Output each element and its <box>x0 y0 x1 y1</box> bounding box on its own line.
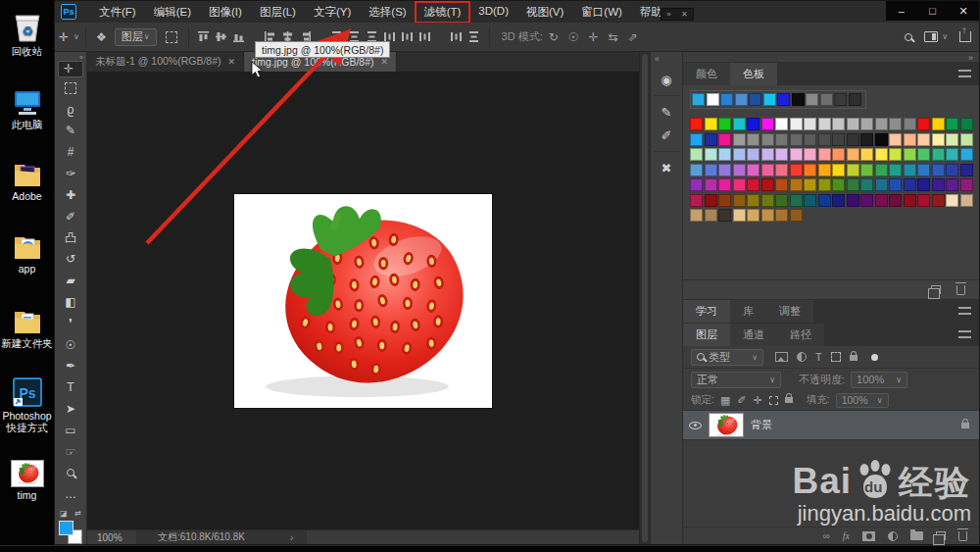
color-swatch[interactable] <box>705 209 717 222</box>
color-swatch[interactable] <box>889 148 902 161</box>
toolbar-collapse-icon[interactable]: » <box>79 54 83 61</box>
color-swatch[interactable] <box>946 194 958 207</box>
color-swatch[interactable] <box>946 148 958 161</box>
color-swatch[interactable] <box>860 118 873 130</box>
color-swatch[interactable] <box>860 164 873 176</box>
color-swatch[interactable] <box>790 194 803 207</box>
color-swatch[interactable] <box>775 133 788 146</box>
tool-presets-panel-icon[interactable]: ✖ <box>654 156 679 179</box>
color-swatch[interactable] <box>690 133 703 146</box>
color-swatch[interactable] <box>718 164 731 176</box>
blend-mode-dropdown[interactable]: 正常 ∨ <box>691 372 781 388</box>
tab-color-1[interactable]: 色板 <box>730 63 777 85</box>
color-swatch[interactable] <box>761 209 774 222</box>
brush-tool[interactable]: ✐ <box>58 206 83 227</box>
color-swatch[interactable] <box>847 133 859 146</box>
lock-transparency-icon[interactable]: ▦ <box>720 394 730 407</box>
color-swatch[interactable] <box>775 178 788 191</box>
desktop-icon-new-folder[interactable]: 新建文件夹 <box>0 302 54 349</box>
color-swatch[interactable] <box>747 178 760 191</box>
color-swatch[interactable] <box>718 148 731 161</box>
color-swatch[interactable] <box>733 178 746 191</box>
menu-item-image[interactable]: 图像(I) <box>200 2 251 23</box>
color-swatch[interactable] <box>761 133 774 146</box>
workspace-icon[interactable] <box>924 31 938 42</box>
crop-tool[interactable]: # <box>58 141 83 163</box>
color-swatch[interactable] <box>917 194 930 207</box>
color-swatch[interactable] <box>818 178 831 191</box>
maximize-button[interactable]: □ <box>926 5 938 17</box>
color-swatch[interactable] <box>889 178 902 191</box>
color-swatch[interactable] <box>705 194 717 207</box>
color-swatch[interactable] <box>917 164 930 176</box>
color-swatch[interactable] <box>775 118 788 130</box>
color-swatch[interactable] <box>932 118 945 130</box>
recent-swatch[interactable] <box>749 93 761 106</box>
color-swatch[interactable] <box>761 118 774 130</box>
path-select-tool[interactable]: ➤ <box>58 398 83 420</box>
color-swatch[interactable] <box>790 178 803 191</box>
filter-smart-objects-icon[interactable] <box>850 355 858 361</box>
lock-all-icon[interactable] <box>785 397 793 403</box>
share-icon[interactable] <box>959 31 971 42</box>
align-top-icon[interactable] <box>197 30 210 43</box>
color-swatch[interactable] <box>804 178 816 191</box>
color-swatch[interactable] <box>705 148 717 161</box>
canvas-area[interactable] <box>87 72 639 529</box>
zoom-tool[interactable] <box>58 463 83 484</box>
color-swatch[interactable] <box>889 194 902 207</box>
move-tool[interactable]: ✛ <box>58 61 83 77</box>
panel-close-icon[interactable]: ✕ <box>681 10 688 19</box>
menu-item-filter[interactable]: 滤镜(T) <box>416 2 470 23</box>
color-swatch[interactable] <box>718 194 731 207</box>
color-swatch[interactable] <box>960 194 973 207</box>
color-swatch[interactable] <box>790 164 803 176</box>
distribute-right-icon[interactable] <box>418 30 431 43</box>
desktop-icon-this-pc[interactable]: 此电脑 <box>0 83 54 130</box>
color-swatch[interactable] <box>775 148 788 161</box>
color-swatch[interactable] <box>690 148 703 161</box>
color-swatch[interactable] <box>775 209 788 222</box>
color-swatch[interactable] <box>832 164 845 176</box>
color-swatch[interactable] <box>904 194 916 207</box>
color-swatch[interactable] <box>946 118 958 130</box>
gradient-tool[interactable]: ◧ <box>58 291 83 313</box>
color-swatch[interactable] <box>832 118 845 130</box>
color-swatch[interactable] <box>804 148 816 161</box>
filter-type-layers-icon[interactable]: T <box>815 351 822 363</box>
hand-tool[interactable]: ☞ <box>58 441 83 463</box>
minimize-button[interactable]: – <box>896 5 907 17</box>
new-group-icon[interactable] <box>910 531 923 540</box>
3d-rotate-icon[interactable]: ↻ <box>549 30 559 44</box>
menu-item-file[interactable]: 文件(F) <box>90 2 145 23</box>
color-swatch[interactable] <box>889 118 902 130</box>
dock-expand-icon[interactable]: « <box>655 54 660 64</box>
color-swatch[interactable] <box>761 178 774 191</box>
menu-item-view[interactable]: 视图(V) <box>517 2 572 23</box>
color-swatch[interactable] <box>705 164 717 176</box>
menu-item-edit[interactable]: 编辑(E) <box>145 2 200 23</box>
color-swatch[interactable] <box>733 209 746 222</box>
3d-scale-icon[interactable]: ⇗ <box>628 30 638 44</box>
menu-item-type[interactable]: 文字(Y) <box>305 2 360 23</box>
color-swatch[interactable] <box>818 148 831 161</box>
3d-drag-icon[interactable]: ✛ <box>589 30 599 44</box>
color-swatch[interactable] <box>832 194 845 207</box>
layer-effects-icon[interactable]: fx <box>843 530 850 541</box>
3d-slide-icon[interactable]: ⇆ <box>609 30 618 44</box>
filter-toggle-icon[interactable] <box>871 354 878 361</box>
canvas-scrollbar[interactable] <box>639 52 650 544</box>
quick-select-tool[interactable]: ✎ <box>58 121 83 142</box>
pen-tool[interactable]: ✒ <box>58 355 83 376</box>
color-swatch[interactable] <box>690 209 703 222</box>
delete-layer-icon[interactable] <box>958 531 967 541</box>
tab-color-0[interactable]: 颜色 <box>683 63 730 85</box>
close-button[interactable]: ✕ <box>957 5 969 18</box>
color-swatch[interactable] <box>932 164 945 176</box>
color-swatch[interactable] <box>761 148 774 161</box>
color-swatch[interactable] <box>804 194 816 207</box>
zoom-level[interactable]: 100% <box>97 532 136 543</box>
color-swatch[interactable] <box>718 133 731 146</box>
color-swatch[interactable] <box>875 133 888 146</box>
recent-swatch[interactable] <box>763 93 776 106</box>
